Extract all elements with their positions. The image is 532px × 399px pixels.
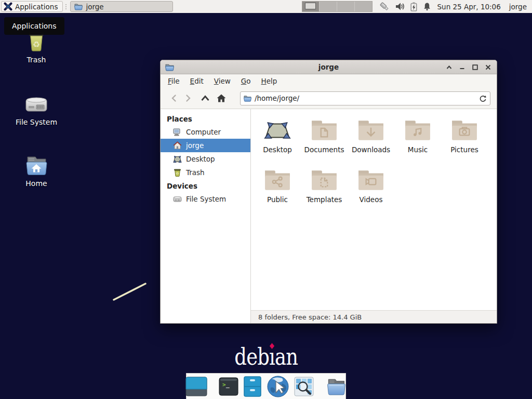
close-button[interactable]	[484, 63, 492, 71]
file-item-downloads[interactable]: Downloads	[348, 115, 394, 165]
terminal-icon: > _	[219, 377, 238, 396]
workspace-3[interactable]	[337, 2, 355, 11]
desktop-icon-file-system[interactable]: File System	[11, 89, 61, 126]
hard-drive-icon	[24, 94, 49, 115]
desktop-icon-home[interactable]: Home	[11, 151, 61, 188]
file-item-label: Pictures	[450, 145, 478, 154]
hard-drive-icon	[173, 195, 182, 203]
menu-edit[interactable]: Edit	[185, 75, 209, 87]
videos-folder-icon	[357, 169, 384, 191]
taskbar-button-jorge[interactable]: jorge	[70, 1, 173, 12]
desktop-icon-label: Home	[25, 179, 47, 188]
file-item-pictures[interactable]: Pictures	[441, 115, 488, 165]
downloads-folder-icon	[357, 119, 384, 141]
show-desktop-launcher[interactable]	[185, 377, 207, 396]
svg-text:_: _	[226, 381, 230, 388]
applications-menu-label: Applications	[15, 3, 58, 11]
file-item-music[interactable]: Music	[394, 115, 441, 165]
panel-username[interactable]: jorge	[509, 3, 527, 11]
terminal-launcher[interactable]: > _	[219, 377, 238, 396]
sidebar-item-computer[interactable]: Computer	[161, 125, 250, 139]
file-item-label: Videos	[360, 195, 383, 204]
file-item-label: Downloads	[352, 145, 390, 154]
sidebar-places-header: Places	[161, 112, 250, 125]
volume-icon[interactable]	[395, 2, 405, 11]
file-item-videos[interactable]: Videos	[348, 165, 394, 215]
back-button[interactable]	[167, 91, 181, 105]
workspace-4[interactable]	[355, 2, 372, 11]
menu-go[interactable]: Go	[236, 75, 256, 87]
sidebar-devices-header: Devices	[161, 179, 250, 192]
application-finder-icon	[294, 377, 314, 396]
documents-folder-icon	[311, 119, 338, 141]
folder-launcher[interactable]	[325, 377, 347, 396]
file-item-documents[interactable]: Documents	[301, 115, 348, 165]
app-finder-launcher[interactable]	[294, 377, 314, 396]
sidebar-item-label: Trash	[186, 168, 205, 177]
svg-text:♻: ♻	[33, 39, 40, 49]
file-manager-launcher[interactable]	[243, 376, 262, 397]
file-item-label: Desktop	[263, 145, 292, 154]
music-folder-icon	[404, 119, 431, 141]
forward-button[interactable]	[181, 91, 195, 105]
path-bar[interactable]: /home/jorge/	[240, 91, 490, 105]
menu-help[interactable]: Help	[256, 75, 283, 87]
workspace-2[interactable]	[320, 2, 337, 11]
home-icon	[173, 141, 182, 150]
svg-text:♻: ♻	[176, 171, 179, 176]
up-icon	[201, 95, 210, 102]
file-cabinet-icon	[243, 376, 262, 397]
desktop-icon	[185, 377, 207, 396]
menu-file[interactable]: File	[163, 75, 185, 87]
menu-view[interactable]: View	[209, 75, 236, 87]
minimize-button[interactable]	[458, 63, 466, 71]
file-item-public[interactable]: Public	[254, 165, 301, 215]
maximize-button[interactable]	[471, 63, 479, 71]
toolbar: /home/jorge/	[161, 88, 497, 109]
removable-device-icon[interactable]	[380, 2, 390, 11]
file-item-desktop[interactable]: Desktop	[254, 115, 301, 165]
system-tray	[380, 2, 431, 11]
battery-icon[interactable]	[410, 2, 417, 11]
sidebar-item-label: jorge	[186, 141, 204, 150]
globe-browser-icon	[267, 375, 289, 398]
sidebar-item-trash[interactable]: ♻ Trash	[161, 166, 250, 179]
panel-clock[interactable]: Sun 25 Apr, 10:06	[437, 3, 501, 11]
sidebar-item-file-system[interactable]: File System	[161, 192, 250, 206]
sidebar-item-label: Desktop	[186, 155, 215, 163]
path-folder-icon	[244, 95, 251, 102]
file-view[interactable]: Desktop	[251, 109, 497, 310]
path-input[interactable]: /home/jorge/	[255, 94, 476, 102]
workspace-switcher[interactable]	[302, 1, 373, 12]
file-item-label: Music	[408, 145, 428, 154]
desktop-screen: debıan Applications jorge	[0, 0, 532, 399]
up-button[interactable]	[198, 91, 212, 105]
home-icon	[216, 94, 227, 103]
applications-x-icon	[4, 2, 12, 11]
home-button[interactable]	[214, 91, 228, 105]
notification-bell-icon[interactable]	[423, 2, 431, 11]
shade-button[interactable]	[445, 63, 453, 71]
computer-icon	[173, 128, 182, 136]
bottom-dock: > _	[186, 373, 346, 399]
home-folder-icon	[24, 154, 49, 177]
desktop-icon-label: Trash	[27, 56, 46, 64]
web-browser-launcher[interactable]	[267, 375, 289, 398]
window-titlebar[interactable]: jorge	[161, 60, 497, 74]
workspace-window-preview	[305, 3, 316, 9]
sidebar: Places Computer	[161, 109, 251, 323]
applications-menu-button[interactable]: Applications	[1, 1, 63, 12]
taskbar-window-title: jorge	[86, 3, 103, 11]
back-icon	[170, 94, 178, 102]
reload-icon[interactable]	[479, 95, 487, 102]
file-item-label: Documents	[304, 145, 344, 154]
panel-handle[interactable]	[64, 2, 68, 11]
file-item-templates[interactable]: Templates	[301, 165, 348, 215]
sidebar-item-desktop[interactable]: Desktop	[161, 152, 250, 166]
status-text: 8 folders, Free space: 14.4 GiB	[258, 313, 362, 321]
workspace-1-active[interactable]	[302, 2, 320, 11]
sidebar-item-jorge[interactable]: jorge	[161, 139, 250, 152]
desktop-icon-label: File System	[16, 118, 57, 126]
public-folder-icon	[264, 169, 291, 191]
top-panel: Applications jorge	[0, 0, 532, 13]
